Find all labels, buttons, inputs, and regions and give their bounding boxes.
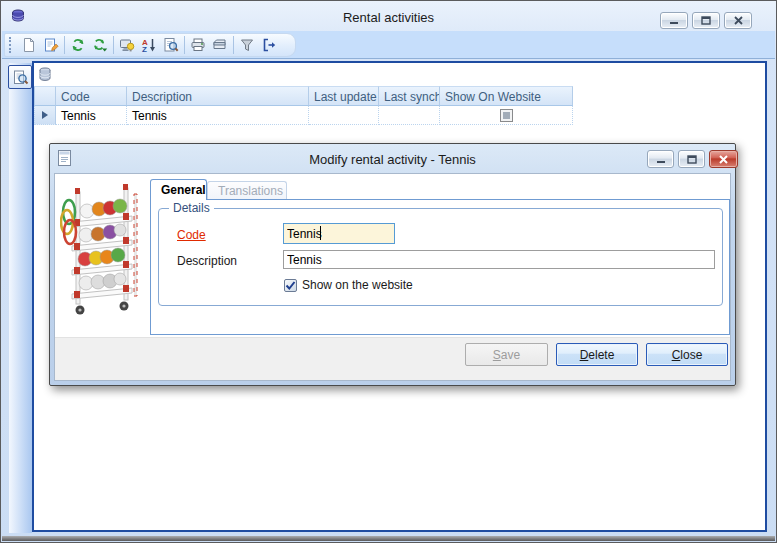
toolbar-separator: [233, 36, 234, 54]
sort-button[interactable]: A Z: [138, 35, 160, 55]
screen-preview-button[interactable]: [116, 35, 138, 55]
export-button[interactable]: [209, 35, 231, 55]
printer-icon: [190, 37, 206, 53]
close-button-dialog[interactable]: Close: [646, 343, 728, 366]
sort-az-icon: A Z: [141, 37, 157, 53]
show-on-website-label: Show on the website: [302, 278, 413, 292]
header-show-on-website[interactable]: Show On Website: [440, 86, 573, 106]
left-sidebar: [9, 63, 32, 533]
main-titlebar: Rental activities: [1, 1, 776, 31]
refresh-button[interactable]: [67, 35, 89, 55]
cell-code: Tennis: [56, 106, 127, 125]
tab-translations-label: Translations: [218, 184, 283, 198]
refresh-all-icon: [92, 37, 108, 53]
exit-button[interactable]: [258, 35, 280, 55]
cell-last-update: [309, 106, 379, 125]
grid-header-row: Code Description Last update Last synch.…: [34, 86, 573, 106]
details-legend: Details: [169, 201, 214, 215]
tab-general[interactable]: General: [150, 179, 207, 200]
monitor-bulb-icon: [119, 37, 135, 53]
edit-record-icon: [43, 37, 59, 53]
svg-text:Z: Z: [142, 45, 147, 53]
minimize-button[interactable]: [660, 12, 688, 29]
dialog-content: General Translations Details Code Descri…: [54, 173, 731, 381]
filter-funnel-icon: [239, 37, 255, 53]
dialog-maximize-button[interactable]: [678, 150, 705, 168]
header-selector-cell: [34, 86, 56, 106]
new-document-button[interactable]: [18, 35, 40, 55]
toolbar: A Z: [4, 33, 296, 57]
refresh-all-button[interactable]: [89, 35, 111, 55]
save-button-label: Save: [493, 348, 520, 362]
details-groupbox: Details Code Description Show on the web…: [158, 208, 723, 306]
row-arrow-icon: [42, 111, 48, 119]
dialog-button-strip: Save Delete Close: [55, 337, 730, 380]
search-page-icon: [163, 37, 179, 53]
header-description[interactable]: Description: [127, 86, 309, 106]
close-button[interactable]: [724, 12, 752, 29]
show-on-website-checkbox[interactable]: [284, 279, 297, 292]
table-row[interactable]: Tennis Tennis: [34, 106, 573, 125]
exit-icon: [261, 37, 277, 53]
save-button[interactable]: Save: [465, 343, 548, 366]
grid-caption: [34, 63, 573, 86]
window-bottom-edge: [2, 536, 775, 541]
row-selector[interactable]: [34, 106, 56, 125]
cell-show-on-website: [440, 106, 573, 125]
header-last-synch[interactable]: Last synch.: [379, 86, 440, 106]
activities-grid: Code Description Last update Last synch.…: [34, 63, 573, 125]
cell-last-synch: [379, 106, 440, 125]
toolbar-separator: [113, 36, 114, 54]
database-icon: [38, 67, 52, 85]
preview-button[interactable]: [160, 35, 182, 55]
toolbar-separator: [184, 36, 185, 54]
toolbar-separator: [64, 36, 65, 54]
tab-translations[interactable]: Translations: [207, 181, 287, 200]
edit-record-button[interactable]: [40, 35, 62, 55]
description-label: Description: [177, 254, 237, 268]
main-window: Rental activities: [0, 0, 777, 543]
general-tab-page: Details Code Description Show on the web…: [150, 199, 730, 335]
row-checkbox[interactable]: [500, 109, 513, 122]
checkmark-icon: [285, 280, 296, 291]
tab-general-label: General: [161, 183, 206, 197]
refresh-icon: [70, 37, 86, 53]
code-label: Code: [177, 228, 206, 242]
maximize-button[interactable]: [692, 12, 720, 29]
filter-button[interactable]: [236, 35, 258, 55]
search-button[interactable]: [8, 65, 32, 89]
toolbar-band: A Z: [2, 31, 775, 59]
text-caret: [320, 226, 321, 240]
modify-dialog: Modify rental activity - Tennis: [49, 143, 736, 386]
search-document-icon: [12, 69, 29, 86]
header-code[interactable]: Code: [56, 86, 127, 106]
description-field[interactable]: [283, 250, 715, 269]
header-last-update[interactable]: Last update: [309, 86, 379, 106]
sports-cart-image: [60, 178, 144, 318]
print-button[interactable]: [187, 35, 209, 55]
export-tray-icon: [212, 37, 228, 53]
close-button-label: Close: [672, 348, 703, 362]
code-field[interactable]: [283, 223, 395, 244]
dialog-title: Modify rental activity - Tennis: [50, 152, 735, 167]
delete-button[interactable]: Delete: [556, 343, 638, 366]
delete-button-label: Delete: [580, 348, 615, 362]
toolbar-grip[interactable]: [9, 37, 14, 53]
dialog-close-button[interactable]: [709, 150, 738, 168]
new-document-icon: [21, 37, 37, 53]
dialog-minimize-button[interactable]: [647, 150, 674, 168]
cell-description: Tennis: [127, 106, 309, 125]
